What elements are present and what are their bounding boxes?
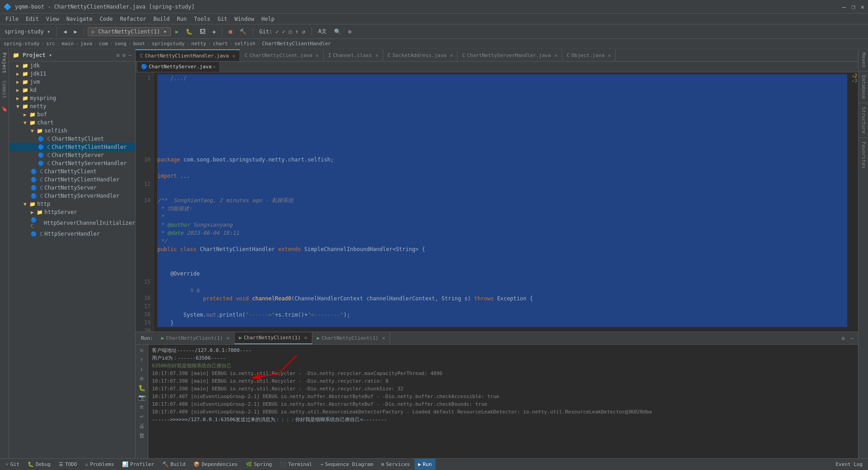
run-print[interactable]: 🖨 [139, 423, 145, 429]
tree-http[interactable]: ▼ 📁http [9, 200, 135, 208]
menu-help[interactable]: Help [258, 14, 278, 24]
tree-buf[interactable]: ▶ 📁buf [9, 110, 135, 119]
tab-chart-client[interactable]: C ChartNettyClient.java ✕ [240, 49, 324, 61]
run-filter[interactable]: ⚙ [140, 375, 144, 382]
tree-chart-client[interactable]: 🔵 CChartNettyClient [9, 135, 135, 143]
tab-close-6[interactable]: ✕ [608, 53, 611, 58]
tab-socketaddr[interactable]: C SocketAddress.java ✕ [383, 49, 458, 61]
nav-back[interactable]: ◀ [61, 28, 69, 36]
bt-event-log[interactable]: Event Log [832, 459, 866, 470]
bc-springstudy[interactable]: springstudy [152, 41, 185, 47]
bc-song[interactable]: song [114, 41, 127, 47]
filetree-collapse[interactable]: ≡ [116, 52, 119, 58]
bt-spring[interactable]: 🌿 Spring [242, 459, 276, 470]
run-clear[interactable]: 🗑 [139, 432, 145, 439]
tree-jvm[interactable]: ▶ 📁jvm [9, 78, 135, 86]
bt-problems[interactable]: ⚠ Problems [82, 459, 118, 470]
bc-boot[interactable]: boot [133, 41, 145, 47]
menu-run[interactable]: Run [173, 14, 190, 24]
tree-selfish[interactable]: ▼ 📁selfish [9, 127, 135, 135]
tree-jdk11[interactable]: ▶ 📁jdk11 [9, 70, 135, 78]
menu-tools[interactable]: Tools [190, 14, 214, 24]
bc-selfish[interactable]: selfish [235, 41, 255, 47]
menu-navigate[interactable]: Navigate [63, 14, 96, 24]
bt-debug[interactable]: 🐛 Debug [24, 459, 54, 470]
menu-window[interactable]: Window [231, 14, 258, 24]
tree-chart-server-handler[interactable]: 🔵 CChartNettyServerHandler [9, 159, 135, 167]
debug-button[interactable]: 🐛 [183, 28, 195, 36]
bc-spring-study[interactable]: spring-study [4, 41, 39, 47]
settings-button[interactable]: ⚙ [345, 28, 354, 36]
tree-netty-server-handler[interactable]: 🔵 CChartNettyServerHandler [9, 192, 135, 200]
run-tab-close-3[interactable]: ✕ [382, 335, 385, 341]
tree-chart-client-handler[interactable]: 🔵 CChartNettyClientHandler [9, 143, 135, 151]
run-tab-3[interactable]: ▶ ChartNettyClient(1) ✕ [312, 332, 390, 344]
run-coverage[interactable]: ⛾ [197, 28, 208, 36]
tab2-server[interactable]: 🔵 ChartNettyServer.java ✕ [137, 62, 220, 72]
bt-build[interactable]: 🔨 Build [159, 459, 189, 470]
bc-com[interactable]: com [99, 41, 108, 47]
run-minimize-icon[interactable]: — [848, 335, 856, 342]
bt-terminal[interactable]: ⬛ Terminal [276, 459, 316, 470]
tree-netty-server[interactable]: 🔵 CChartNettyServer [9, 184, 135, 192]
menu-view[interactable]: View [42, 14, 63, 24]
favorites-panel-tab[interactable]: Favorites [859, 138, 868, 172]
tab-close-4[interactable]: ✕ [450, 53, 453, 58]
tab-close-2[interactable]: ✕ [316, 53, 319, 58]
run-button[interactable]: ▶ [173, 28, 181, 36]
structure-panel-tab[interactable]: Structure [859, 103, 868, 138]
tree-jdk[interactable]: ▶ 📁jdk [9, 62, 135, 70]
run-screenshot[interactable]: 📷 [138, 394, 146, 401]
run-scroll-up[interactable]: ↑ [140, 356, 144, 363]
bt-profiler[interactable]: 📊 Profiler [118, 459, 158, 470]
close-button[interactable]: ✕ [861, 3, 864, 10]
tab-close-3[interactable]: ✕ [376, 53, 378, 58]
bc-netty[interactable]: netty [191, 41, 206, 47]
run-wrap[interactable]: ↩ [140, 413, 144, 420]
tree-kd[interactable]: ▶ 📁kd [9, 86, 135, 94]
tab2-close[interactable]: ✕ [213, 64, 216, 69]
run-tab-close-1[interactable]: ✕ [226, 335, 230, 341]
menu-build[interactable]: Build [150, 14, 173, 24]
bt-sequence[interactable]: ⇒ Sequence Diagram [316, 459, 377, 470]
run-tab-close-2[interactable]: ✕ [304, 335, 307, 341]
menu-code[interactable]: Code [96, 14, 117, 24]
stop-button[interactable]: ■ [226, 28, 235, 36]
tab-channel[interactable]: I Channel.class ✕ [324, 49, 383, 61]
minimize-button[interactable]: — [842, 3, 846, 10]
maven-panel-tab[interactable]: Maven [859, 49, 868, 71]
tab-close-5[interactable]: ✕ [555, 53, 557, 58]
bookmark-icon[interactable]: 🔖 [0, 104, 8, 114]
commit-icon[interactable]: Commit [0, 79, 8, 100]
tree-httphandler[interactable]: 🔵 CHttpServerHandler [9, 230, 135, 238]
run-debug-icon[interactable]: 🐛 [138, 385, 146, 391]
bc-java[interactable]: java [80, 41, 93, 47]
bc-chart[interactable]: chart [213, 41, 228, 47]
filetree-settings[interactable]: ⚙ [123, 52, 126, 58]
code-content[interactable]: /.../ package com.song.boot.springstudy.… [154, 72, 851, 332]
tab-close-1[interactable]: ✕ [232, 53, 235, 58]
bt-run[interactable]: ▶ Run [415, 459, 436, 470]
menu-file[interactable]: File [2, 14, 22, 24]
build-button[interactable]: 🔨 [237, 28, 249, 36]
translate-button[interactable]: A文 [316, 27, 330, 36]
tree-netty-client[interactable]: 🔵 CChartNettyClient [9, 167, 135, 176]
bt-todo[interactable]: ☰ TODO [55, 459, 81, 470]
menu-refactor[interactable]: Refactor [116, 14, 150, 24]
tree-chart[interactable]: ▼ 📁chart [9, 119, 135, 127]
run-config-dropdown[interactable]: ▷ ChartNettyClient(1) ▾ [88, 27, 171, 36]
tree-chart-server[interactable]: 🔵 CChartNettyServer [9, 151, 135, 159]
bt-dependencies[interactable]: 📦 Dependencies [190, 459, 241, 470]
project-dropdown[interactable]: spring-study ▾ [2, 28, 53, 36]
bc-src[interactable]: src [46, 41, 55, 47]
project-icon[interactable]: Project [0, 51, 8, 75]
bt-git[interactable]: ⑂ Git [2, 459, 23, 470]
run-settings-icon[interactable]: ⚙ [839, 335, 848, 342]
tree-httpserver[interactable]: ▶ 📁httpServer [9, 208, 135, 216]
run-list[interactable]: ≡ [140, 404, 144, 410]
bc-handler[interactable]: ChartNettyClientHandler [262, 41, 331, 47]
tab-chart-client-handler[interactable]: C ChartNettyClientHandler.java ✕ [136, 49, 240, 61]
run-restart[interactable]: ↻ [140, 347, 144, 353]
run-scroll-down[interactable]: ↓ [140, 366, 144, 372]
tree-netty[interactable]: ▼ 📁netty [9, 102, 135, 110]
